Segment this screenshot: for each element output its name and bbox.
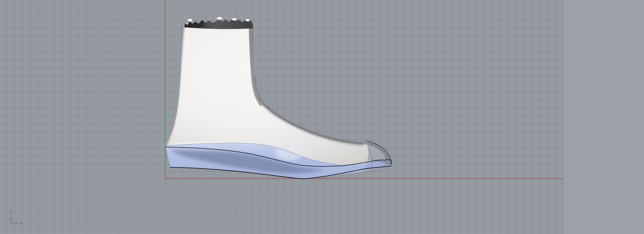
foot-last-model[interactable] — [166, 17, 391, 179]
foot-last-model-canvas — [0, 0, 644, 234]
rim-white-peak — [245, 19, 249, 21]
rim-white-peak — [232, 18, 237, 20]
axis-indicator: z y — [8, 209, 26, 227]
axis-label-y: y — [20, 221, 23, 225]
sole-side-highlight — [276, 145, 304, 160]
cad-viewport[interactable]: z y — [0, 0, 644, 234]
rim-white-peak — [217, 17, 222, 20]
axis-label-z: z — [10, 210, 12, 215]
rim-white-peak — [188, 19, 192, 22]
